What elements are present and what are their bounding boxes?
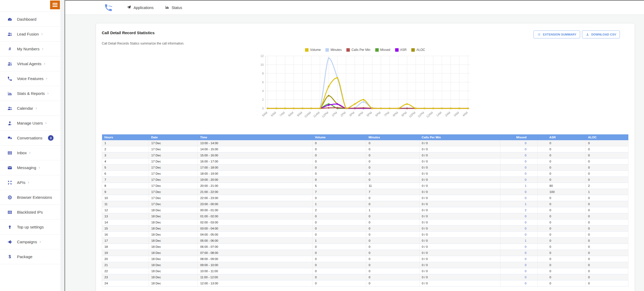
sidebar-item-blacklisted-ips[interactable]: Blacklisted IPs <box>0 205 60 220</box>
table-cell: 0 <box>586 262 628 268</box>
table-row: 517 Dec17:00 - 18:00000 / 0000 <box>102 165 628 171</box>
table-cell: 0 / 0 <box>419 158 500 165</box>
table-cell: 18 Dec <box>149 213 198 219</box>
missed-count-link[interactable]: 0 <box>500 219 538 226</box>
missed-count-link[interactable]: 0 <box>500 262 538 268</box>
svg-text:10: 10 <box>260 63 263 66</box>
legend-item-calls-per-min[interactable]: Calls Per Min <box>346 48 370 52</box>
missed-count-link[interactable]: 0 <box>500 177 538 183</box>
legend-item-missed[interactable]: Missed <box>375 48 390 52</box>
app-logo[interactable] <box>104 3 113 12</box>
table-row: 1117 Dec23:00 - 00:00100 / 0100 <box>102 201 628 207</box>
table-cell: 17 Dec <box>149 146 198 152</box>
chevron-right-icon: › <box>45 121 47 126</box>
sidebar-item-apis[interactable]: APIs› <box>0 175 60 190</box>
table-row: 2118 Dec09:00 - 10:00000 / 0000 <box>102 262 628 268</box>
table-cell: 0 <box>586 250 628 256</box>
missed-count-link[interactable]: 0 <box>500 256 538 262</box>
missed-count-link[interactable]: 0 <box>500 146 538 152</box>
sidebar-item-package[interactable]: $Package <box>0 249 60 264</box>
sidebar-item-lead-fusion[interactable]: Lead Fusion› <box>0 27 60 42</box>
table-cell: 11 <box>102 201 149 207</box>
tab-status[interactable]: Status <box>165 5 182 11</box>
sidebar-item-campaigns[interactable]: Campaigns› <box>0 235 60 249</box>
missed-count-link[interactable]: 0 <box>500 226 538 232</box>
missed-count-link[interactable]: 0 <box>500 195 538 201</box>
table-body: 117 Dec13:00 - 14:00000 / 0000217 Dec14:… <box>102 140 628 286</box>
table-cell: 0 <box>538 152 586 158</box>
tab-applications[interactable]: Applications <box>127 5 154 11</box>
table-cell: 18 Dec <box>149 207 198 213</box>
table-cell: 20 <box>102 256 149 262</box>
table-cell: 8 <box>102 183 149 189</box>
table-cell: 0 / 0 <box>419 219 500 226</box>
download-csv-button[interactable]: DOWNLOAD CSV <box>582 30 620 38</box>
missed-count-link[interactable]: 0 <box>500 232 538 238</box>
page-title: Call Detail Record Statistics <box>102 30 184 35</box>
legend-swatch <box>325 48 329 52</box>
table-row: 1518 Dec03:00 - 04:00000 / 0000 <box>102 226 628 232</box>
table-cell: 20:00 - 21:00 <box>198 183 312 189</box>
table-cell: 0 / 0 <box>419 274 500 280</box>
missed-count-link[interactable]: 0 <box>500 244 538 250</box>
sidebar-item-top-up-settings[interactable]: Top up settings <box>0 220 60 235</box>
download-icon <box>586 33 589 36</box>
table-cell: 18 Dec <box>149 219 198 226</box>
table-cell: 0 <box>586 207 628 213</box>
sidebar-item-stats-reports[interactable]: Stats & Reports› <box>0 86 60 101</box>
missed-count-link[interactable]: 0 <box>500 165 538 171</box>
missed-count-link[interactable]: 0 <box>500 189 538 195</box>
table-cell: 0 <box>312 195 366 201</box>
table-cell: 7 <box>102 177 149 183</box>
table-cell: 0 <box>312 232 366 238</box>
missed-count-link[interactable]: 2 <box>500 207 538 213</box>
missed-count-link[interactable]: 0 <box>500 152 538 158</box>
table-head: HoursDateTimeVolumeMinutesCalls Per MinM… <box>102 134 628 140</box>
missed-count-link[interactable]: 0 <box>500 158 538 165</box>
missed-count-link[interactable]: 0 <box>500 274 538 280</box>
sidebar-item-browser-extensions[interactable]: Browser Extensions <box>0 190 60 205</box>
table-cell: 0 <box>586 158 628 165</box>
extension-summary-button[interactable]: EXTENSION SUMMARY <box>533 30 580 38</box>
missed-count-link[interactable]: 1 <box>500 238 538 244</box>
table-cell: 07:00 - 08:00 <box>198 250 312 256</box>
sidebar-item-conversations[interactable]: Conversations3 <box>0 131 60 146</box>
hamburger-menu-button[interactable] <box>50 1 60 9</box>
missed-count-link[interactable]: 0 <box>500 250 538 256</box>
table-cell: 100 <box>538 189 586 195</box>
table-cell: 17 Dec <box>149 152 198 158</box>
missed-count-link[interactable]: 0 <box>500 280 538 286</box>
table-cell: 0 <box>586 165 628 171</box>
sidebar-item-manage-users[interactable]: Manage Users› <box>0 116 60 131</box>
table-row: 1618 Dec04:00 - 05:00000 / 0000 <box>102 232 628 238</box>
chevron-right-icon: › <box>44 61 45 67</box>
legend-item-volume[interactable]: Volume <box>305 48 321 52</box>
missed-count-link[interactable]: 0 <box>500 171 538 177</box>
missed-count-link[interactable]: 0 <box>500 140 538 146</box>
table-cell: 0 <box>586 232 628 238</box>
missed-count-link[interactable]: 1 <box>500 201 538 207</box>
sidebar-item-virtual-agents[interactable]: Virtual Agents› <box>0 56 60 71</box>
sidebar-item-voice-features[interactable]: Voice Features› <box>0 71 60 86</box>
sidebar-item-messaging[interactable]: Messaging› <box>0 160 60 175</box>
legend-item-minutes[interactable]: Minutes <box>325 48 342 52</box>
missed-count-link[interactable]: 0 <box>500 268 538 274</box>
sidebar-item-calendar[interactable]: Calendar› <box>0 101 60 116</box>
table-cell: 0 / 0 <box>419 207 500 213</box>
sidebar-item-my-numbers[interactable]: #My Numbers› <box>0 42 60 56</box>
conversations-badge: 3 <box>48 135 54 141</box>
user-gear-icon <box>7 121 14 126</box>
table-cell: 0 <box>538 146 586 152</box>
table-cell: 0 <box>586 140 628 146</box>
sidebar-nav: DashboardLead Fusion›#My Numbers›Virtual… <box>0 12 60 264</box>
sidebar-item-dashboard[interactable]: Dashboard <box>0 12 60 27</box>
sidebar-item-inbox[interactable]: Inbox› <box>0 146 60 160</box>
chart-legend: VolumeMinutesCalls Per MinMissedASRALOC <box>305 48 425 52</box>
missed-count-link[interactable]: 0 <box>500 213 538 219</box>
svg-text:#: # <box>9 47 11 51</box>
table-cell: 0 <box>586 177 628 183</box>
table-cell: 0 / 0 <box>419 177 500 183</box>
legend-item-asr[interactable]: ASR <box>395 48 407 52</box>
missed-count-link[interactable]: 1 <box>500 183 538 189</box>
legend-item-aloc[interactable]: ALOC <box>411 48 425 52</box>
